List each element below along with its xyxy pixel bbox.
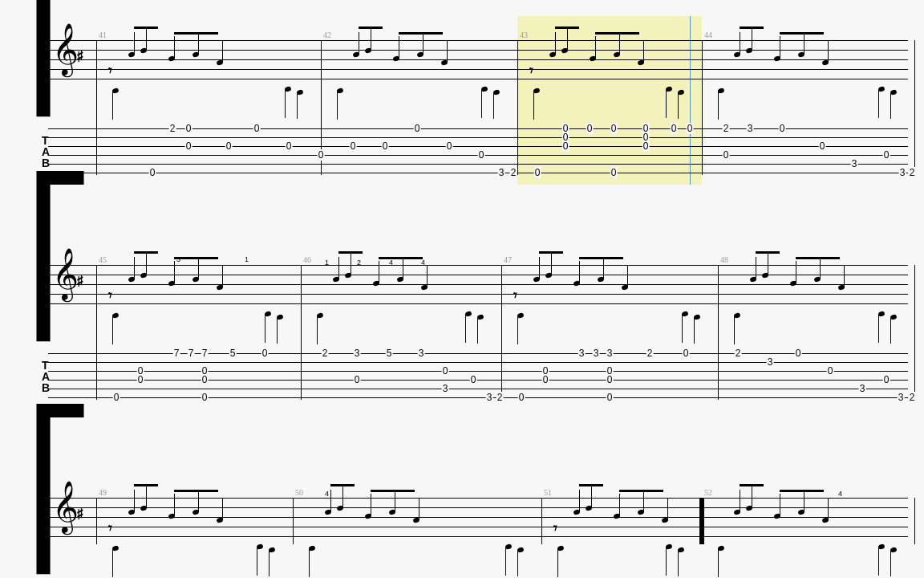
fret-number: 0 (534, 167, 541, 178)
barline (293, 498, 294, 544)
fret-number: 0 (442, 365, 449, 377)
fret-number: 3 (747, 123, 754, 134)
fret-number: 2 (496, 392, 504, 403)
measure-number: 42 (323, 31, 331, 39)
fingering: 1 (325, 258, 329, 267)
tab-staff: TAB0007770005023053030320003330002023003… (48, 353, 908, 401)
fingering: 4 (421, 258, 425, 267)
fret-number: 0 (683, 348, 690, 359)
fret-number: 0 (253, 123, 261, 134)
fret-number: 7 (201, 348, 209, 359)
fret-number: 0 (225, 140, 233, 152)
measure-number: 49 (99, 488, 107, 497)
fret-number: 0 (610, 123, 618, 134)
fret-number: 2 (646, 348, 654, 359)
fret-number: 0 (470, 374, 477, 385)
fret-number: 7 (173, 348, 180, 359)
fret-number: 2 (735, 348, 742, 359)
measure-number: 47 (504, 255, 512, 264)
measure-number: 50 (295, 488, 303, 497)
fret-number: 0 (185, 140, 192, 152)
fret-number: 3 (442, 383, 449, 394)
fret-number: 3 (593, 348, 600, 359)
fingering: 1 (245, 255, 249, 263)
fret-number: 0 (137, 374, 144, 385)
key-signature: ♯ (76, 47, 84, 66)
measure-number: 51 (544, 488, 552, 497)
fingering: 3 (176, 255, 180, 263)
measure-number: 43 (520, 31, 528, 39)
fret-number: 0 (795, 348, 802, 359)
treble-clef: 𝄞 (52, 258, 79, 290)
fret-number: 0 (606, 392, 614, 403)
fret-number: 3 (767, 356, 774, 368)
fret-number: 0 (261, 348, 269, 359)
fret-number: 2 (723, 123, 730, 134)
fret-number: 0 (350, 140, 357, 152)
fret-number: 0 (827, 365, 834, 377)
fret-number: 0 (819, 140, 826, 152)
fret-number: 0 (113, 392, 120, 403)
fret-number: 0 (542, 374, 549, 385)
fret-number: 3 (354, 348, 361, 359)
fingering: 4 (838, 490, 842, 498)
fret-number: 0 (687, 123, 694, 134)
fret-number: 3 (418, 348, 425, 359)
tab-staff: TAB020000000000032000000000000203003032 (48, 128, 908, 177)
fret-number: 0 (518, 392, 525, 403)
fret-number: 3 (498, 167, 505, 178)
tab-clef: TAB (42, 135, 50, 169)
fret-number: 2 (909, 167, 916, 178)
barline (541, 498, 542, 544)
fret-number: 0 (318, 149, 325, 161)
fret-number: 0 (883, 374, 890, 385)
key-signature: ♯ (76, 271, 84, 291)
fret-number: 0 (610, 167, 618, 178)
tab-clef: TAB (42, 360, 50, 393)
fret-number: 0 (562, 140, 569, 152)
fret-number: 0 (606, 374, 614, 385)
fret-number: 2 (510, 167, 517, 178)
fret-number: 2 (909, 392, 916, 403)
fret-number: 3 (578, 348, 586, 359)
fret-number: 3 (899, 167, 906, 178)
notation-staff: 𝄞♯49505152𝄾𝄾44 (48, 498, 908, 546)
notation-staff: 𝄞♯41424344𝄾𝄾 (48, 40, 908, 88)
fingering: 2 (357, 258, 361, 267)
notation-staff: 𝄞♯45464748𝄾𝄾311244 (48, 265, 908, 313)
fret-number: 0 (478, 149, 485, 161)
fingering: 4 (389, 258, 393, 267)
fret-number: 0 (286, 140, 293, 152)
measure-number: 46 (303, 255, 311, 264)
fret-number: 5 (386, 348, 393, 359)
measure-number: 45 (99, 255, 107, 264)
fret-number: 0 (185, 123, 192, 134)
measure-number: 41 (99, 31, 107, 39)
fret-number: 0 (382, 140, 389, 152)
measure-number: 44 (704, 31, 712, 39)
fret-number: 3 (851, 158, 858, 169)
fret-number: 2 (322, 348, 329, 359)
fret-number: 0 (446, 140, 453, 152)
fret-number: 3 (859, 383, 866, 394)
treble-clef: 𝄞 (52, 491, 79, 523)
fret-number: 0 (671, 123, 678, 134)
fret-number: 0 (883, 149, 890, 161)
treble-clef: 𝄞 (52, 34, 79, 65)
fret-number: 0 (201, 374, 209, 385)
measure-number: 48 (720, 255, 728, 264)
fret-number: 0 (414, 123, 421, 134)
fret-number: 3 (898, 392, 905, 403)
fret-number: 0 (586, 123, 594, 134)
fret-number: 0 (723, 149, 730, 161)
fret-number: 3 (606, 348, 614, 359)
double-barline (699, 498, 704, 544)
fret-number: 7 (188, 348, 195, 359)
measure-number: 52 (704, 488, 712, 497)
fret-number: 3 (486, 392, 493, 403)
fret-number: 0 (201, 392, 209, 403)
fret-number: 0 (354, 374, 361, 385)
fret-number: 2 (169, 123, 176, 134)
fingering: 4 (325, 490, 329, 498)
fret-number: 5 (229, 348, 237, 359)
